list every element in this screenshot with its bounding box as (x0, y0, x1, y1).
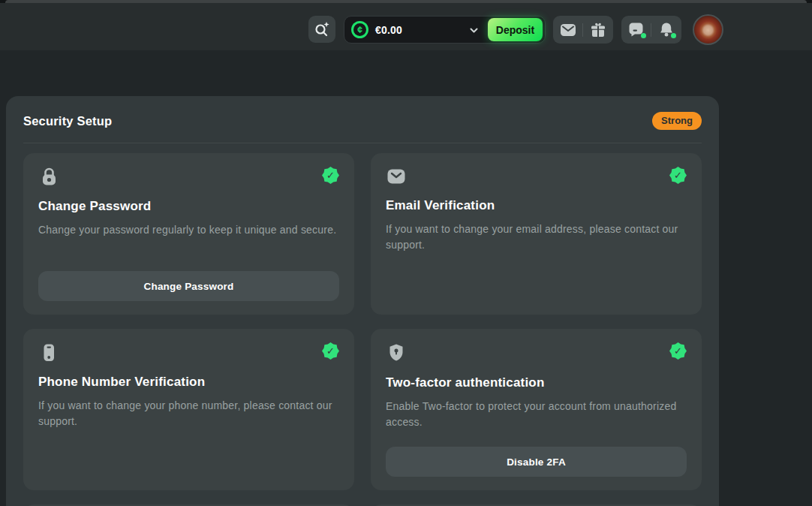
deposit-button[interactable]: Deposit (488, 18, 543, 41)
mail-button[interactable] (553, 16, 582, 44)
card-description: Enable Two-factor to protect your accoun… (386, 399, 687, 430)
card-change-password: ✓ Change Password Change your password r… (23, 153, 354, 315)
verified-badge: ✓ (322, 167, 339, 184)
mail-gift-group (553, 16, 613, 44)
search-icon (313, 20, 331, 38)
check-icon: ✓ (674, 170, 682, 181)
card-two-factor: ✓ Two-factor authentication Enable Two-f… (371, 329, 702, 490)
coin-icon: ¢ (351, 21, 368, 38)
card-top: ✓ (386, 342, 687, 363)
gift-button[interactable] (583, 16, 612, 44)
strength-badge: Strong (652, 112, 702, 130)
card-description: If you want to change your email address… (386, 221, 687, 253)
verified-badge: ✓ (322, 342, 339, 360)
mail-icon (386, 167, 407, 186)
gift-icon (591, 22, 606, 38)
search-button[interactable] (308, 16, 335, 43)
chevron-down-icon (469, 26, 479, 35)
avatar[interactable] (693, 14, 723, 45)
card-title: Two-factor authentication (386, 375, 687, 390)
security-cards-grid: ✓ Change Password Change your password r… (6, 143, 719, 506)
page-title: Security Setup (23, 114, 112, 128)
card-title: Phone Number Verification (38, 375, 339, 390)
change-password-button[interactable]: Change Password (38, 271, 339, 301)
card-top: ✓ (386, 167, 687, 186)
security-panel: Security Setup Strong ✓ Change Password … (6, 96, 719, 506)
notifications-button[interactable] (651, 16, 681, 44)
verified-badge: ✓ (669, 167, 687, 184)
card-description: If you want to change your phone number,… (38, 398, 339, 429)
phone-icon (38, 342, 59, 363)
bell-notification-dot (671, 33, 676, 38)
check-icon: ✓ (326, 345, 335, 357)
panel-header: Security Setup Strong (6, 96, 719, 143)
shield-keyhole-icon (386, 342, 407, 363)
card-title: Change Password (38, 199, 339, 214)
card-title: Email Verification (386, 198, 687, 213)
navbar: ¢ €0.00 Deposit (0, 3, 812, 50)
verified-badge: ✓ (669, 342, 687, 360)
chat-bell-group (621, 16, 681, 44)
balance-amount: €0.00 (375, 24, 402, 36)
card-description: Change your password regularly to keep i… (38, 222, 339, 238)
mail-icon (560, 23, 576, 37)
card-email-verification: ✓ Email Verification If you want to chan… (371, 153, 702, 315)
balance-selector[interactable]: ¢ €0.00 Deposit (344, 16, 546, 44)
lock-icon (38, 167, 60, 187)
check-icon: ✓ (674, 345, 682, 357)
card-top: ✓ (38, 342, 339, 363)
chat-button[interactable] (621, 16, 651, 44)
chat-notification-dot (641, 33, 646, 38)
disable-2fa-button[interactable]: Disable 2FA (386, 447, 687, 477)
check-icon: ✓ (326, 170, 335, 181)
card-phone-verification: ✓ Phone Number Verification If you want … (23, 329, 354, 490)
card-top: ✓ (38, 167, 339, 187)
